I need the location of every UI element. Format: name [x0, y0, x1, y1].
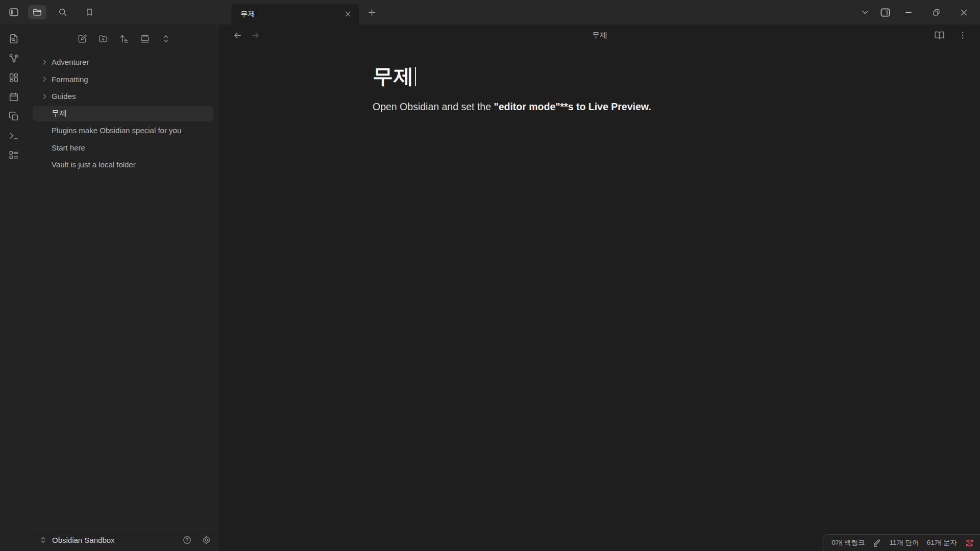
new-tab-button[interactable] — [364, 6, 379, 19]
tree-file-vault[interactable]: Vault is just a local folder — [33, 157, 213, 172]
chevron-down-icon — [861, 8, 869, 16]
titlebar: 무제 — [0, 0, 980, 24]
close-window-button[interactable] — [952, 0, 975, 24]
new-folder-icon — [98, 34, 108, 44]
restore-icon — [932, 8, 941, 17]
tree-item-label: Vault is just a local folder — [52, 160, 136, 169]
note-inline-title[interactable]: 무제 — [373, 62, 827, 90]
gallery-button[interactable] — [140, 34, 150, 44]
expand-collapse-icon — [161, 34, 171, 44]
terminal-icon — [8, 130, 19, 141]
files-tab-button[interactable] — [28, 5, 46, 19]
tab-close-button[interactable] — [341, 8, 354, 20]
tree-folder-guides[interactable]: Guides — [33, 88, 213, 104]
tree-folder-formatting[interactable]: Formatting — [33, 71, 213, 87]
close-icon — [344, 10, 352, 18]
book-open-icon — [934, 30, 945, 41]
view-header-title: 무제 — [219, 31, 980, 40]
plus-icon — [368, 8, 376, 17]
tab-note[interactable]: 무제 — [231, 4, 359, 24]
vault-switcher-row: Obsidian Sandbox — [29, 529, 219, 551]
tree-file-plugins[interactable]: Plugins make Obsidian special for you — [33, 122, 213, 138]
paragraph-regular-text: Open Obsidian and set the — [373, 101, 494, 112]
search-icon — [58, 7, 68, 17]
tree-item-label: Formatting — [52, 75, 88, 84]
help-circle-icon — [182, 535, 192, 545]
editor-pane: 무제 — [219, 24, 980, 551]
chevron-right-icon — [41, 93, 48, 100]
command-palette-button[interactable] — [8, 130, 20, 142]
toggle-right-sidebar-button[interactable] — [875, 0, 895, 24]
sort-order-button[interactable] — [119, 34, 129, 44]
note-content[interactable]: 무제 Open Obsidian and set the "editor mod… — [373, 46, 827, 114]
restore-window-button[interactable] — [925, 0, 947, 24]
char-count[interactable]: 61개 문자 — [927, 538, 957, 547]
settings-button[interactable] — [201, 535, 211, 545]
canvas-button[interactable] — [8, 71, 20, 84]
help-button[interactable] — [182, 535, 192, 545]
note-paragraph[interactable]: Open Obsidian and set the "editor mode"*… — [373, 99, 827, 114]
chevron-right-icon — [41, 59, 48, 66]
daily-note-calendar-icon — [8, 91, 19, 103]
more-options-button[interactable] — [957, 29, 969, 41]
layout-list-icon — [8, 149, 19, 161]
tree-item-label: Adventurer — [52, 58, 89, 66]
edit-mode-toggle-button[interactable] — [872, 538, 881, 547]
tree-item-label: Start here — [52, 143, 85, 152]
view-header: 무제 — [219, 24, 980, 46]
reading-mode-button[interactable] — [933, 29, 945, 41]
tab-title: 무제 — [240, 9, 341, 19]
file-explorer: Adventurer Formatting Guides 무제 Plugins … — [29, 24, 219, 551]
new-note-button[interactable] — [77, 34, 87, 44]
tree-item-label: Guides — [52, 92, 76, 101]
text-cursor — [415, 67, 416, 86]
tree-item-label: 무제 — [52, 109, 67, 118]
bookmark-icon — [85, 8, 94, 17]
vault-name[interactable]: Obsidian Sandbox — [52, 536, 182, 544]
chevron-right-icon — [41, 76, 48, 83]
workspace-list-button[interactable] — [8, 149, 20, 161]
templates-button[interactable] — [8, 110, 20, 122]
canvas-icon — [8, 72, 19, 83]
sync-off-icon — [965, 538, 974, 548]
search-tab-button[interactable] — [55, 5, 70, 19]
note-title-text: 무제 — [373, 62, 414, 90]
graph-icon — [8, 53, 19, 64]
more-vertical-icon — [958, 31, 967, 40]
status-bar: 0개 백링크 11개 단어 61개 문자 — [823, 534, 980, 551]
graph-view-button[interactable] — [8, 52, 20, 64]
pencil-line-icon — [872, 538, 881, 547]
new-note-icon — [77, 34, 87, 44]
quick-switcher-button[interactable] — [8, 33, 20, 45]
panel-right-icon — [879, 7, 891, 18]
tree-file-start-here[interactable]: Start here — [33, 140, 213, 156]
folder-icon — [32, 7, 42, 17]
vault-switch-chevrons-icon[interactable] — [39, 536, 48, 545]
gallery-icon — [140, 34, 150, 44]
expand-collapse-button[interactable] — [161, 34, 171, 44]
file-search-icon — [8, 33, 19, 44]
navigate-back-button[interactable] — [231, 29, 244, 41]
file-explorer-toolbar — [29, 24, 219, 51]
minimize-icon — [904, 8, 913, 16]
sort-order-icon — [119, 34, 129, 44]
navigate-forward-button[interactable] — [249, 29, 262, 41]
bookmarks-tab-button[interactable] — [82, 5, 97, 19]
templates-copy-icon — [8, 111, 19, 122]
tree-file-untitled[interactable]: 무제 — [33, 106, 213, 121]
panel-left-icon — [8, 7, 19, 18]
tree-folder-adventurer[interactable]: Adventurer — [33, 54, 213, 70]
minimize-window-button[interactable] — [897, 0, 920, 24]
tree-item-label: Plugins make Obsidian special for you — [52, 126, 181, 135]
toggle-left-sidebar-button[interactable] — [6, 5, 21, 19]
arrow-left-icon — [233, 31, 242, 40]
daily-note-button[interactable] — [8, 91, 20, 103]
tab-list-dropdown-button[interactable] — [856, 0, 874, 24]
backlinks-count[interactable]: 0개 백링크 — [831, 538, 865, 547]
sync-status-button[interactable] — [965, 538, 974, 547]
file-tree: Adventurer Formatting Guides 무제 Plugins … — [29, 51, 219, 172]
close-icon — [960, 8, 968, 17]
paragraph-bold-text: "editor mode"**s to Live Preview. — [494, 101, 651, 112]
new-folder-button[interactable] — [98, 34, 108, 44]
word-count[interactable]: 11개 단어 — [889, 538, 919, 547]
